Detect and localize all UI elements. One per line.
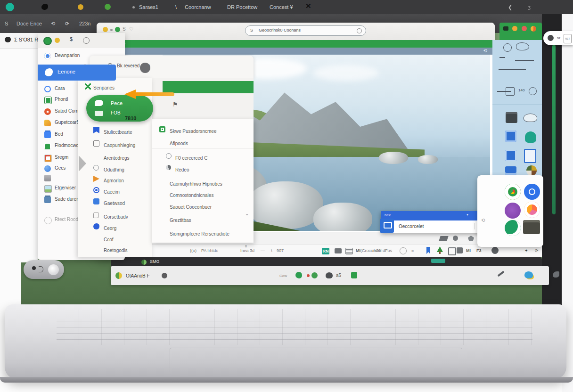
submenu-item[interactable]: Afipoods: [170, 139, 188, 148]
menu-item[interactable]: Ceorg: [104, 223, 116, 233]
window-blue-icon[interactable]: [505, 131, 516, 142]
menu-item[interactable]: Agmorlon: [104, 176, 124, 185]
dialog-titlebar[interactable]: hex. ▾ ⟳: [381, 211, 489, 220]
circle-outline-icon[interactable]: [83, 37, 90, 44]
green-blob-icon[interactable]: [311, 272, 318, 278]
shape-tool-icon[interactable]: [439, 236, 448, 241]
badge-icon[interactable]: [526, 165, 537, 176]
wallet-icon[interactable]: [506, 112, 517, 123]
menu-item[interactable]: Ccof: [104, 235, 114, 244]
menu-item[interactable]: Odudhmg: [104, 165, 124, 174]
mini-window-titlebar[interactable]: [499, 23, 542, 40]
submenu-item[interactable]: Greztitbas: [170, 215, 191, 225]
background-window-titlebar[interactable]: SMG: [111, 257, 542, 267]
leaf-icon[interactable]: [553, 271, 559, 278]
sidebar-item-selected[interactable]: Eenone: [38, 65, 116, 81]
green-crescent-app-icon[interactable]: [505, 220, 521, 236]
refresh-icon[interactable]: ⟳: [65, 14, 69, 33]
settings-titlebar[interactable]: $: [38, 33, 125, 48]
menu-item[interactable]: Gorsetbadv: [104, 212, 128, 221]
traffic-orange-button[interactable]: [512, 26, 517, 31]
building-icon[interactable]: [524, 149, 536, 163]
green-square-icon[interactable]: [351, 272, 357, 278]
yellow-traffic-button[interactable]: [55, 38, 60, 43]
cloud-icon[interactable]: [524, 114, 537, 122]
list-icon[interactable]: [345, 248, 353, 254]
caret-down-icon[interactable]: ⌄: [245, 211, 249, 216]
n-badge-icon[interactable]: RN: [322, 248, 329, 254]
menu-item[interactable]: Senpanes: [93, 83, 115, 92]
submenu-item[interactable]: Redeo: [175, 165, 189, 174]
submenu-item[interactable]: Caomulyrhhwo Hipnobes: [170, 179, 222, 188]
taskbar-app-icon[interactable]: [115, 272, 122, 279]
submenu-item[interactable]: Skwe Pusadorsncmee: [170, 126, 217, 136]
dialog-dropdown-icon[interactable]: ▾: [467, 212, 468, 217]
bird-icon[interactable]: [41, 4, 48, 10]
menubar-item-4[interactable]: Concest ¥: [270, 0, 293, 14]
rect-outline-icon[interactable]: [448, 247, 456, 255]
menu-item[interactable]: Caopunhieging: [104, 140, 135, 150]
purple-app-icon[interactable]: [505, 203, 521, 219]
close-icon[interactable]: ✕: [305, 2, 311, 10]
dialog-input[interactable]: Oeccorceiet: [399, 224, 424, 229]
orange-swirl-app-icon[interactable]: [524, 202, 540, 218]
paw-yellow-icon[interactable]: [78, 4, 83, 10]
bookmark-blue-icon[interactable]: [426, 247, 430, 254]
calendar-icon[interactable]: [506, 87, 515, 96]
gear-icon[interactable]: [491, 247, 499, 254]
info-icon[interactable]: [357, 28, 362, 33]
crocor-label[interactable]: (Crocorshd d: [360, 245, 385, 257]
pentagon-tool-icon[interactable]: [468, 236, 474, 241]
paw-green-icon[interactable]: [105, 4, 111, 10]
blue-star-app-icon[interactable]: [524, 184, 540, 200]
menu-item[interactable]: Roetogodis: [104, 245, 128, 255]
maximize-button[interactable]: [115, 27, 120, 32]
submenu-item[interactable]: F0 cercerced C: [175, 153, 207, 163]
submenu-item[interactable]: Comnoxtondnicnaies: [170, 190, 213, 200]
browser-titlebar[interactable]: S ♡ S Geoocrinsk0 Coonans: [97, 23, 495, 40]
notification-pill[interactable]: 5r NET: [543, 31, 573, 45]
menubar-item-3[interactable]: DR Pocettow: [227, 0, 257, 14]
undo-icon[interactable]: ⟲: [51, 14, 55, 33]
pin-icon[interactable]: [400, 247, 407, 254]
power-button[interactable]: [48, 264, 59, 275]
highlighted-menu-group[interactable]: Pece FOB 7810: [86, 95, 153, 122]
page-undo-icon[interactable]: ⟲: [483, 48, 487, 53]
green-traffic-button[interactable]: [43, 37, 52, 45]
chrome-icon[interactable]: [505, 184, 521, 200]
bookmark-text-2[interactable]: Inea 3d: [240, 245, 254, 257]
menu-item[interactable]: Caecim: [104, 187, 120, 196]
menubar-item-1[interactable]: Saraes1: [139, 0, 158, 14]
menu-item[interactable]: Stulicctbearte: [104, 127, 132, 137]
back-icon[interactable]: ❮: [508, 0, 512, 14]
traffic-swirl-button[interactable]: [531, 26, 536, 32]
url-bar[interactable]: S Geoocrinsk0 Coonans: [245, 25, 366, 36]
mini-menu-icon[interactable]: [503, 26, 508, 31]
menu-item[interactable]: Gaetwsod: [104, 198, 125, 208]
wallet-app-icon[interactable]: [523, 220, 540, 234]
undo-icon[interactable]: ⟲: [481, 218, 485, 223]
teal-app-icon[interactable]: [6, 3, 14, 11]
pen-icon[interactable]: [497, 270, 504, 277]
scrollbar[interactable]: [552, 45, 556, 214]
menubar-item-2[interactable]: Coorcnanw: [185, 0, 211, 14]
window-blue-icon[interactable]: [505, 150, 516, 161]
tab-title[interactable]: Σ S'O81 R: [14, 37, 38, 42]
rect-filled-icon[interactable]: [457, 247, 463, 253]
minimize-button[interactable]: [103, 27, 108, 32]
circle-tool-icon[interactable]: [453, 236, 458, 241]
traffic-red-button[interactable]: [522, 26, 527, 31]
bird-green-icon[interactable]: [295, 272, 302, 278]
paw-dark-icon[interactable]: [326, 272, 333, 278]
teal-cap-icon[interactable]: [525, 131, 536, 143]
camera-icon[interactable]: [335, 248, 342, 253]
menu-item[interactable]: Arentodregs: [104, 153, 129, 163]
clock-icon[interactable]: [529, 87, 537, 95]
submenu-item[interactable]: Saouet Cooconbuer: [170, 202, 212, 212]
submenu-item[interactable]: Siomgmpfcere Rersenudiote: [170, 229, 229, 238]
bird-blue-icon[interactable]: [524, 271, 533, 278]
taskbar-dark-dot[interactable]: [162, 273, 167, 278]
bookmark-text-1[interactable]: PA Irhtdc: [201, 245, 218, 257]
avatar[interactable]: [140, 63, 150, 73]
heart-icon[interactable]: ♡: [129, 26, 133, 32]
